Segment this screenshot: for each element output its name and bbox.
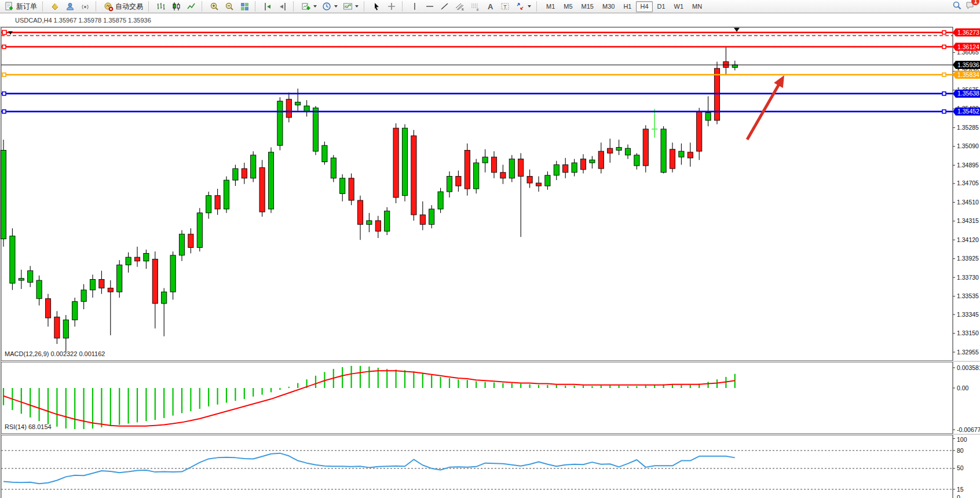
candle [36, 276, 42, 306]
timeframe-w1-button[interactable]: W1 [670, 1, 688, 12]
indicators-button[interactable] [341, 1, 361, 12]
autotrade-button[interactable]: 自动交易 [101, 1, 145, 12]
svg-text:1.35638: 1.35638 [957, 90, 979, 97]
timeframe-h1-button[interactable]: H1 [619, 1, 635, 12]
arrows-button[interactable] [513, 1, 533, 12]
horizontal-line-button[interactable] [423, 1, 437, 12]
timeframe-m1-button[interactable]: M1 [542, 1, 559, 12]
price-line-label: 1.36273 [953, 28, 980, 36]
candle [286, 93, 291, 123]
timeframe-h4-button[interactable]: H4 [636, 1, 652, 12]
candle [393, 123, 398, 203]
candle [251, 151, 256, 182]
auto-scroll-button[interactable] [276, 1, 290, 12]
candle [1, 140, 6, 247]
cursor-icon [372, 2, 382, 12]
text-button[interactable]: A [483, 1, 498, 12]
chart-shift-button[interactable] [261, 1, 275, 12]
channel-button[interactable]: E [453, 1, 467, 12]
candle [590, 156, 595, 169]
bucket-icon [50, 2, 60, 12]
price-line-label: 1.35452 [953, 108, 980, 116]
profile-button[interactable] [63, 1, 78, 12]
candle [162, 288, 167, 336]
svg-text:T: T [503, 3, 507, 9]
candle [732, 61, 737, 71]
zoom-out-button[interactable] [222, 1, 237, 12]
candle [313, 106, 318, 155]
macd-indicator-label: MACD(12,26,9) 0.002322 0.001162 [5, 350, 105, 357]
line-handle[interactable] [942, 45, 946, 49]
candlestick-button[interactable] [169, 1, 184, 12]
period-clock-button[interactable] [320, 1, 340, 12]
text-label-button[interactable]: T [498, 1, 513, 12]
new-chart-icon [301, 2, 311, 12]
tile-windows-button[interactable] [237, 1, 252, 12]
svg-text:1.36124: 1.36124 [957, 43, 979, 50]
timeframe-d1-button[interactable]: D1 [653, 1, 670, 12]
signal-icon [81, 2, 90, 12]
price-line-label: 1.35834 [953, 71, 980, 79]
price-tick-label: 1.33345 [957, 311, 979, 318]
price-tick-label: 1.35285 [957, 124, 979, 131]
candle [45, 294, 50, 327]
chevron-down-icon[interactable] [313, 5, 317, 8]
toolbar-separator [293, 1, 297, 12]
bar-chart-button[interactable] [154, 1, 169, 12]
bar-chart-icon [156, 2, 166, 12]
line-handle[interactable] [942, 110, 946, 113]
candle [215, 189, 220, 215]
signal-button[interactable] [78, 1, 93, 12]
line-handle[interactable] [942, 92, 946, 96]
timeframe-m5-button[interactable]: M5 [560, 1, 576, 12]
trendline-button[interactable] [438, 1, 452, 12]
search-button[interactable] [952, 1, 962, 13]
new-chart-button[interactable] [299, 1, 319, 12]
candlestick-icon [171, 2, 181, 12]
horizontal-line-icon [425, 2, 435, 12]
zoom-in-button[interactable] [207, 1, 222, 12]
title-markers [2, 28, 740, 35]
chevron-down-icon[interactable] [334, 5, 338, 8]
candle [357, 196, 363, 240]
candle [72, 298, 78, 327]
line-handle[interactable] [942, 73, 946, 76]
price-line-label: 1.36124 [953, 43, 980, 51]
chevron-down-icon[interactable] [355, 5, 359, 8]
candle [63, 315, 68, 351]
cursor-button[interactable] [370, 1, 384, 12]
line-handle[interactable] [2, 110, 6, 113]
tile-windows-icon [240, 2, 250, 12]
price-tick-label: 1.35090 [957, 142, 979, 149]
candle [643, 125, 648, 173]
line-handle[interactable] [2, 92, 6, 96]
chat-button[interactable]: 1 [966, 1, 975, 13]
candle [518, 153, 524, 237]
candle [134, 247, 140, 267]
timeframe-mn-button[interactable]: MN [688, 1, 706, 12]
fibonacci-button[interactable]: F [468, 1, 482, 12]
annotation-arrow[interactable] [747, 75, 784, 140]
line-handle[interactable] [942, 31, 946, 34]
vertical-line-button[interactable] [408, 1, 422, 12]
zoom-out-icon [225, 2, 235, 12]
candle [697, 108, 702, 160]
price-tick-label: 1.34895 [957, 162, 979, 169]
svg-text:1.36273: 1.36273 [957, 29, 979, 36]
line-handle[interactable] [2, 45, 6, 49]
period-clock-icon [322, 2, 332, 12]
line-handle[interactable] [2, 73, 6, 76]
timeframe-m15-button[interactable]: M15 [577, 1, 598, 12]
candle [563, 158, 568, 178]
candle [545, 171, 550, 190]
crosshair-button[interactable] [385, 1, 399, 12]
bucket-button[interactable] [48, 1, 63, 12]
toolbar-button-label: 新订单 [16, 2, 37, 12]
price-tick-label: 1.34315 [957, 217, 979, 224]
svg-text:E: E [462, 8, 464, 11]
price-tick-label: 1.33150 [957, 329, 979, 336]
line-chart-button[interactable] [184, 1, 199, 12]
new-order-button[interactable]: 新订单 [2, 1, 39, 12]
timeframe-m30-button[interactable]: M30 [598, 1, 619, 12]
chevron-down-icon[interactable] [528, 5, 531, 8]
